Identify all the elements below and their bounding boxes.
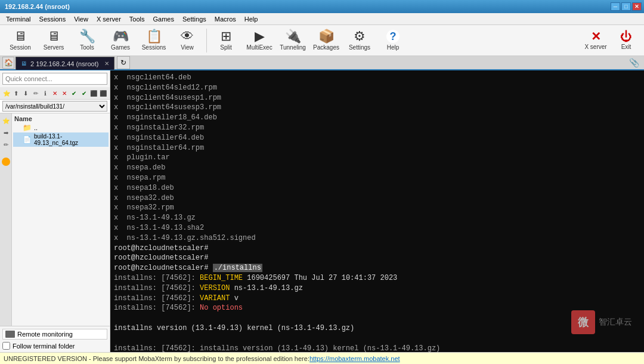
term-line-11: x nsepa.rpm — [114, 173, 640, 183]
exit-icon: ⏻ — [620, 30, 632, 42]
sidebar-left-strip: ⭐ ➡ ✏ — [0, 113, 12, 326]
toolbar-help[interactable]: ? Help — [377, 27, 408, 54]
term-line-17: x ns-13.1-49.13.gz.sha512.signed — [114, 233, 640, 243]
tab-title: 2 192.168.2.44 (nsroot) — [30, 60, 98, 67]
remote-monitoring-btn[interactable]: Remote monitoring — [2, 329, 107, 340]
term-line-version2: installns: [74562]: installns version (1… — [114, 344, 640, 352]
toolbar-servers-label: Servers — [44, 44, 64, 51]
follow-terminal-check[interactable] — [2, 342, 10, 350]
menu-sessions[interactable]: Sessions — [36, 14, 70, 24]
term-line-13: x nsepa32.deb — [114, 193, 640, 203]
tab-close-icon[interactable]: ✕ — [104, 60, 109, 67]
toolbar-games[interactable]: 🎮 Games — [105, 27, 136, 54]
title-bar: 192.168.2.44 (nsroot) ─ □ ✕ — [0, 0, 644, 13]
menu-xserver[interactable]: X server — [93, 14, 125, 24]
split-icon: ⊞ — [221, 30, 231, 43]
remote-monitoring-icon — [5, 331, 15, 338]
games-icon: 🎮 — [113, 30, 129, 43]
sidebar-icon-7[interactable]: ✕ — [60, 88, 69, 98]
sidebar-icon-2[interactable]: ⬆ — [12, 88, 20, 98]
follow-terminal-checkbox[interactable]: Follow terminal folder — [2, 342, 107, 350]
sidebar-left-icon-star[interactable]: ⭐ — [1, 116, 11, 125]
tab-refresh-button[interactable]: ↻ — [117, 56, 130, 69]
menu-help[interactable]: Help — [241, 14, 262, 24]
term-line-7: x nsginstaller64.deb — [114, 133, 640, 143]
folder-icon: 📁 — [23, 124, 32, 132]
toolbar-exit[interactable]: ⏻ Exit — [613, 27, 639, 54]
toolbar-servers[interactable]: 🖥 Servers — [38, 27, 69, 54]
sidebar-icon-9[interactable]: ✔ — [80, 88, 88, 98]
toolbar-xserver-label: X server — [584, 44, 606, 50]
sidebar-icon-5[interactable]: ℹ — [41, 88, 49, 98]
term-line-bt: installns: [74562]: BEGIN_TIME 169042569… — [114, 273, 640, 283]
status-link[interactable]: https://mobaxterm.mobatek.net — [309, 355, 400, 362]
terminal-area[interactable]: x nsgclient64.deb x nsgclient64sled12.rp… — [110, 70, 644, 352]
term-line-5: x nsginstaller18_64.deb — [114, 113, 640, 123]
term-line-no-opt: installns: [74562]: No options — [114, 303, 640, 313]
term-line-16: x ns-13.1-49.13.sha2 — [114, 223, 640, 233]
sidebar-icon-8[interactable]: ✔ — [70, 88, 78, 98]
toolbar-help-label: Help — [387, 44, 400, 51]
sidebar-icon-10[interactable]: ⬛ — [89, 88, 98, 98]
menu-games[interactable]: Games — [150, 14, 178, 24]
term-line-15: x ns-13.1-49.13.gz — [114, 213, 640, 223]
toolbar-split[interactable]: ⊞ Split — [210, 27, 242, 54]
term-line-8: x nsginstaller64.rpm — [114, 143, 640, 153]
term-line-blank1 — [114, 313, 640, 323]
menu-view[interactable]: View — [70, 14, 92, 24]
watermark-logo: 微 — [571, 310, 595, 334]
term-line-3: x nsgclient64susesp1.rpm — [114, 93, 640, 103]
toolbar-xserver[interactable]: ✕ X server — [581, 27, 611, 54]
file-tree-header: Name — [13, 115, 109, 123]
toolbar-multiexec[interactable]: ▶ MultiExec — [244, 27, 275, 54]
file-item-tgz[interactable]: 📄 build-13.1-49.13_nc_64.tgz — [13, 132, 109, 147]
menu-macros[interactable]: Macros — [211, 14, 240, 24]
file-item-parent[interactable]: 📁 .. — [13, 123, 109, 132]
file-icon: 📄 — [23, 135, 32, 144]
close-button[interactable]: ✕ — [632, 2, 642, 11]
tools-icon: 🔧 — [79, 30, 95, 43]
toolbar-right: ✕ X server ⏻ Exit — [581, 27, 639, 54]
maximize-button[interactable]: □ — [621, 2, 631, 11]
minimize-button[interactable]: ─ — [611, 2, 620, 11]
menu-settings[interactable]: Settings — [179, 14, 210, 24]
term-line-18: root@hzcloudnetscaler# — [114, 243, 640, 254]
sidebar-path-select[interactable]: /var/nsinstall/build131/ — [2, 101, 107, 112]
sidebar-left-icon-edit[interactable]: ✏ — [1, 140, 11, 149]
menu-tools[interactable]: Tools — [126, 14, 148, 24]
term-line-cmd: root@hzcloudnetscaler# ./installns — [114, 263, 640, 273]
toolbar-view[interactable]: 👁 View — [172, 27, 203, 54]
sidebar-icon-4[interactable]: ✏ — [32, 88, 40, 98]
terminal-tab[interactable]: 🖥 2 192.168.2.44 (nsroot) ✕ — [16, 57, 114, 70]
sidebar-icon-6[interactable]: ✕ — [51, 88, 59, 98]
term-line-var: installns: [74562]: VARIANT v — [114, 294, 640, 304]
sidebar-search-area — [0, 70, 110, 87]
toolbar-view-label: View — [181, 44, 194, 51]
toolbar-settings[interactable]: ⚙ Settings — [344, 27, 375, 54]
sidebar-inner: ⭐ ➡ ✏ Name 📁 .. 📄 build-13.1-49.13_nc_64… — [0, 113, 110, 326]
toolbar-tools-label: Tools — [80, 44, 94, 51]
term-line-4: x nsgclient64susesp3.rpm — [114, 103, 640, 113]
sidebar-left-icon-arrow[interactable]: ➡ — [1, 128, 11, 137]
term-line-2: x nsgclient64sled12.rpm — [114, 83, 640, 93]
file-tree-name-col: Name — [14, 115, 32, 122]
toolbar-tunneling[interactable]: 🔌 Tunneling — [277, 27, 308, 54]
file-item-parent-label: .. — [34, 124, 38, 131]
status-bar: UNREGISTERED VERSION - Please support Mo… — [0, 352, 644, 364]
term-line-version1: installns version (13.1-49.13) kernel (n… — [114, 323, 640, 334]
file-tree: Name 📁 .. 📄 build-13.1-49.13_nc_64.tgz — [12, 113, 110, 326]
tab-bar: 🏠 🖥 2 192.168.2.44 (nsroot) ✕ ↻ 📎 — [0, 56, 644, 70]
sidebar-icon-11[interactable]: ⬛ — [99, 88, 107, 98]
toolbar-sessions[interactable]: 📋 Sessions — [138, 27, 169, 54]
sidebar-icon-3[interactable]: ⬇ — [21, 88, 30, 98]
quick-connect-input[interactable] — [2, 73, 107, 85]
toolbar-tools[interactable]: 🔧 Tools — [72, 27, 103, 54]
toolbar-session[interactable]: 🖥 Session — [5, 27, 36, 54]
sidebar-icon-1: ⭐ — [2, 88, 11, 98]
tab-nav-home[interactable]: 🏠 — [2, 57, 14, 69]
menu-terminal[interactable]: Terminal — [2, 14, 35, 24]
watermark-text: 智汇卓云 — [599, 317, 632, 328]
tab-attach-icon[interactable]: 📎 — [629, 58, 639, 67]
window-title: 192.168.2.44 (nsroot) — [5, 3, 70, 10]
toolbar-packages[interactable]: 📦 Packages — [311, 27, 342, 54]
